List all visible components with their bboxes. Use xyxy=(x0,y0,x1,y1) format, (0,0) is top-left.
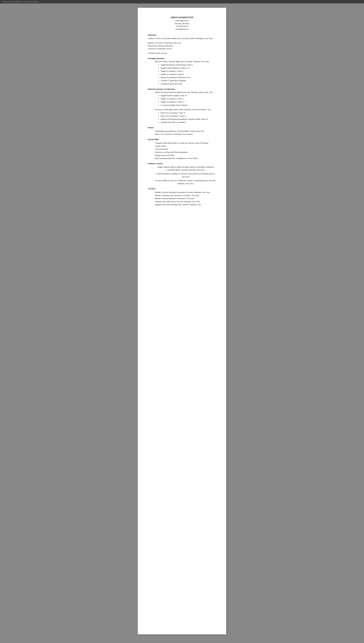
honors-body: Outstanding Young Educator, Treeville Pu… xyxy=(148,130,216,136)
list-item: Taught General Business, Grades 9-10 xyxy=(160,67,216,70)
list-item: Sponsored Distributive Education Club xyxy=(160,76,216,79)
student-teaching-entry: Student Teaching, Busytown High School, … xyxy=(148,91,216,107)
related-experience-section: Related Experience in Education Student … xyxy=(148,88,216,124)
honors-title: Honors xyxy=(148,126,216,129)
university: University of Nebraska-Lincoln xyxy=(148,47,216,50)
page-background: SIMON WASHINGTON 1640 Maple Street Treev… xyxy=(0,4,364,643)
student-teaching-bullets: Taught Business English, Grade 10 Taught… xyxy=(155,94,216,107)
student-teaching-header: Student Teaching, Busytown High School, … xyxy=(155,91,216,94)
education-title: Education xyxy=(148,34,216,36)
activities-title: Activities xyxy=(148,188,216,190)
certificate: Certificate Held: xxxxxxx xyxy=(148,52,216,55)
education-body: Graduate Courses in Education, Miller St… xyxy=(148,37,216,55)
candidate-name: SIMON WASHINGTON xyxy=(148,16,216,19)
practicum-bullets: Observed Accounting I, Grade 11 Observed… xyxy=(155,111,216,124)
list-item: Taught Introductory Keyboarding, Grade 9 xyxy=(160,63,216,67)
list-item: Observed Accounting II, Grade 12 xyxy=(160,114,216,118)
teaching-school: Treeville High School, Treeville, Nebras… xyxy=(168,61,209,63)
address-line2: Treeville, NE 68xxx xyxy=(148,22,216,25)
list-item: Taught Business English, Grade 10 xyxy=(160,94,216,97)
practicum-label: Practicum xyxy=(155,108,162,111)
list-item: Helped with planning and grading for Bus… xyxy=(160,118,216,121)
list-item: Taught Accounting II, Grade 12 xyxy=(160,73,216,76)
teaching-body: Business Teacher, Treeville High School,… xyxy=(148,61,216,86)
skills-body: Computer skills (spread sheet, AccountCo… xyxy=(148,141,216,160)
activity-item-3: Member, National Education Association, … xyxy=(155,197,216,200)
browser-tab: Education Resume Example - Experienced T… xyxy=(0,0,364,4)
honors-section: Honors Outstanding Young Educator, Treev… xyxy=(148,126,216,136)
list-item: Attended State DECA convention xyxy=(160,121,216,124)
tab-title: Education Resume Example - Experienced T… xyxy=(2,1,38,3)
resume-header: SIMON WASHINGTON 1640 Maple Street Treev… xyxy=(148,16,216,31)
address-line1: 1640 Maple Street xyxy=(148,19,216,22)
student-teaching-label: Student Teaching xyxy=(155,91,168,93)
volunteer-item-3: Served as Publicity Chair for “Dollars f… xyxy=(155,179,216,185)
honors-item-2: Dean's List, University of Nebraska, fiv… xyxy=(155,133,216,136)
teaching-position-label: Business Teacher, xyxy=(155,61,168,63)
honors-item-1: Outstanding Young Educator, Treeville Pu… xyxy=(155,130,216,133)
list-item: Coached 7th grade girls volleyball xyxy=(160,79,216,82)
skill-item-3: CPR Certification xyxy=(155,148,216,151)
phone: (555) 890-6543 xyxy=(148,25,216,28)
volunteer-item-2: Conducted annual workshop for Treeville … xyxy=(155,172,216,178)
education-section: Education Graduate Courses in Education,… xyxy=(148,34,216,55)
list-item: Taught Accounting I, Grade 11 xyxy=(160,97,216,100)
student-teaching-school: , Busytown High School, Oak, Nebraska, J… xyxy=(168,91,213,93)
endorsement: Endorsement: Business Education xyxy=(148,45,216,48)
skill-item-4: Experience working with diverse populati… xyxy=(155,151,216,154)
skill-item-6: Public speaking experience, including us… xyxy=(155,157,216,160)
volunteer-item-1: Taught computer skills to elderly throug… xyxy=(155,166,216,172)
practicum-header: Practicum, Smith High School, Smith, Neb… xyxy=(155,108,216,111)
list-item: Coached 9th grade boys track xyxy=(160,82,216,86)
volunteer-body: Taught computer skills to elderly throug… xyxy=(148,166,216,185)
practicum-school: , Smith High School, Smith, Nebraska, Oc… xyxy=(162,108,211,111)
graduate-courses: Graduate Courses in Education, Miller St… xyxy=(148,37,216,40)
activity-item-5: Organized Treeville Investing Club, Tree… xyxy=(155,203,216,206)
skills-title: Special Skills xyxy=(148,138,216,141)
list-item: Observed Accounting I, Grade 11 xyxy=(160,111,216,114)
skill-item-5: Strong interpersonal skills xyxy=(155,154,216,157)
teaching-experience-section: Teaching Experience Business Teacher, Tr… xyxy=(148,57,216,86)
related-experience-title: Related Experience in Education xyxy=(148,88,216,90)
list-item: Taught Accounting II, Grade 12 xyxy=(160,100,216,103)
teaching-title: Teaching Experience xyxy=(148,57,216,60)
activity-item-4: Treasurer, My Faith Church, Treeville, N… xyxy=(155,200,216,203)
skill-item-2: Artistic Ability xyxy=(155,144,216,147)
skill-item-1: Computer skills (spread sheet, AccountCo… xyxy=(155,141,216,144)
resume-document: SIMON WASHINGTON 1640 Maple Street Treev… xyxy=(138,8,226,634)
special-skills-section: Special Skills Computer skills (spread s… xyxy=(148,138,216,160)
candidate-address: 1640 Maple Street Treeville, NE 68xxx (5… xyxy=(148,19,216,31)
email: simon@mail.com xyxy=(148,28,216,31)
practicum-entry: Practicum, Smith High School, Smith, Neb… xyxy=(148,108,216,124)
list-item: Taught Accounting I, Grade 11 xyxy=(160,70,216,73)
list-item: Co-sponsored high school yearbook xyxy=(160,104,216,107)
activity-item-2: Member, Nebraska State Education Associa… xyxy=(155,194,216,197)
volunteer-title: Volunteer Activity xyxy=(148,162,216,165)
activities-section: Activities Member, Treeville Education A… xyxy=(148,188,216,206)
volunteer-section: Volunteer Activity Taught computer skill… xyxy=(148,162,216,185)
activity-item-1: Member, Treeville Education Association,… xyxy=(155,191,216,194)
teaching-bullets: Taught Introductory Keyboarding, Grade 9… xyxy=(155,63,216,86)
teaching-position: Business Teacher, Treeville High School,… xyxy=(155,61,216,63)
activities-body: Member, Treeville Education Association,… xyxy=(148,191,216,206)
bachelor-degree: Bachelor of Science in Education, May, 1… xyxy=(148,42,216,45)
